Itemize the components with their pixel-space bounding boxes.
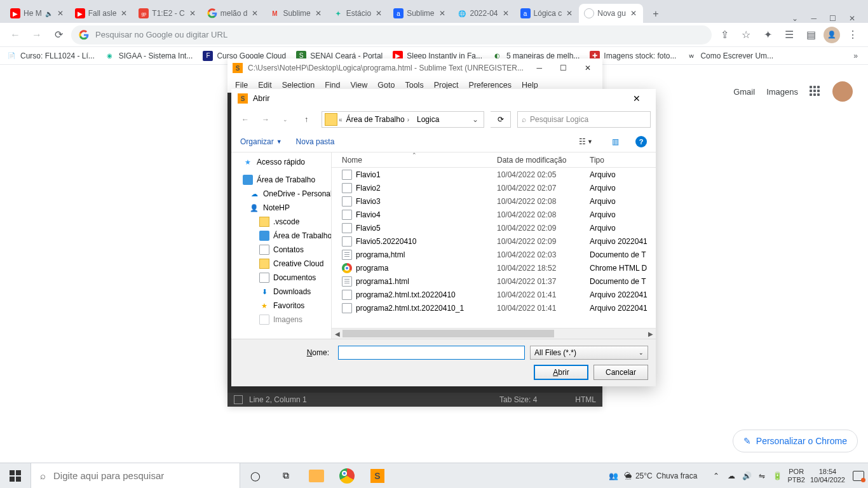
menu-project[interactable]: Project [429, 81, 464, 90]
preview-pane-button[interactable]: ▥ [609, 137, 621, 146]
task-taskview[interactable]: ⧉ [271, 463, 301, 489]
nav-contacts[interactable]: Contatos [231, 243, 331, 257]
panel-icon[interactable] [234, 395, 243, 404]
task-cortana[interactable]: ◯ [240, 463, 271, 489]
task-sublime[interactable]: S [362, 463, 393, 489]
tab-8[interactable]: aLógica c✕ [515, 4, 580, 23]
notifications-icon[interactable] [853, 471, 864, 481]
close-icon[interactable]: ✕ [374, 9, 383, 18]
tab-2[interactable]: gpT1:E2 - C✕ [133, 4, 201, 23]
close-icon[interactable]: ✕ [119, 9, 128, 18]
close-icon[interactable]: ✕ [501, 9, 510, 18]
refresh-button[interactable]: ⟳ [491, 111, 511, 128]
menu-goto[interactable]: Goto [372, 81, 400, 90]
menu-view[interactable]: View [345, 81, 372, 90]
bookmark-item[interactable]: ✚Imagens stock: foto... [590, 51, 676, 61]
images-link[interactable]: Imagens [766, 87, 798, 97]
file-row[interactable]: Flavio510/04/2022 02:09Arquivo [332, 221, 656, 234]
back-button[interactable]: ← [6, 26, 24, 44]
side-panel-icon[interactable]: ▤ [802, 26, 820, 44]
chevron-down-icon[interactable]: ⌄ [468, 115, 482, 124]
wifi-icon[interactable]: ⇋ [757, 471, 767, 481]
nav-favorites[interactable]: ★Favoritos [231, 299, 331, 313]
menu-file[interactable]: File [230, 81, 253, 90]
reading-list-icon[interactable]: ☰ [780, 26, 798, 44]
status-position[interactable]: Line 2, Column 1 [249, 395, 307, 404]
address-bar[interactable]: Pesquisar no Google ou digitar URL [71, 25, 712, 44]
language-indicator[interactable]: PORPTB2 [787, 468, 805, 484]
start-button[interactable] [0, 463, 31, 489]
tab-0[interactable]: ▶He M🔈✕ [5, 4, 70, 23]
account-avatar[interactable] [832, 81, 853, 102]
cancel-button[interactable]: Cancelar [593, 365, 648, 380]
tab-1[interactable]: ▶Fall asle✕ [70, 4, 134, 23]
file-row[interactable]: Flavio110/04/2022 02:05Arquivo [332, 168, 656, 181]
taskbar-search[interactable]: ⌕ [31, 463, 240, 489]
apps-grid-icon[interactable] [810, 86, 821, 97]
file-row[interactable]: programa2.html.txt.20220410_110/04/2022 … [332, 301, 656, 315]
sublime-titlebar[interactable]: S C:\Users\NoteHP\Desktop\Logica\program… [227, 58, 602, 78]
bookmarks-overflow[interactable]: » [850, 51, 862, 60]
status-tabsize[interactable]: Tab Size: 4 [499, 395, 537, 404]
close-icon[interactable]: ✕ [565, 9, 574, 18]
close-icon[interactable]: ✕ [314, 9, 323, 18]
tab-7[interactable]: 🌐2022-04✕ [452, 4, 515, 23]
nav-user[interactable]: 👤NoteHP [231, 201, 331, 215]
file-row[interactable]: Flavio5.2022041010/04/2022 02:09Arquivo … [332, 234, 656, 248]
nav-folder[interactable]: Creative Cloud [231, 257, 331, 271]
up-button[interactable]: ↑ [297, 112, 315, 127]
profile-avatar[interactable]: 👤 [824, 27, 840, 43]
battery-icon[interactable]: 🔋 [772, 471, 782, 481]
status-syntax[interactable]: HTML [575, 395, 596, 404]
nav-folder[interactable]: Área de Trabalho [231, 229, 331, 243]
maximize-icon[interactable]: ☐ [829, 14, 836, 23]
reload-button[interactable]: ⟳ [50, 26, 67, 44]
scroll-right-icon[interactable]: ▶ [645, 330, 656, 337]
filename-input[interactable] [338, 346, 525, 360]
close-icon[interactable]: ✕ [250, 9, 259, 18]
col-type[interactable]: Tipo [590, 156, 656, 165]
task-chrome[interactable] [332, 463, 362, 489]
menu-selection[interactable]: Selection [277, 81, 320, 90]
file-row[interactable]: programa10/04/2022 18:52Chrome HTML D [332, 261, 656, 274]
nav-desktop[interactable]: Área de Trabalho [231, 173, 331, 187]
help-icon[interactable]: ? [635, 136, 647, 147]
scroll-thumb[interactable] [342, 330, 554, 337]
menu-preferences[interactable]: Preferences [464, 81, 517, 90]
history-dropdown[interactable]: ⌄ [277, 112, 295, 127]
personalize-chrome-button[interactable]: ✎ Personalizar o Chrome [733, 430, 858, 452]
bookmark-item[interactable]: ᴡComo Escrever Um... [686, 51, 773, 61]
forward-button[interactable]: → [28, 26, 46, 44]
volume-icon[interactable]: 🔊 [742, 471, 752, 481]
bookmark-icon[interactable]: ☆ [737, 26, 755, 44]
breadcrumb[interactable]: « Área de Trabalho› Logica ⌄ [322, 111, 484, 128]
close-icon[interactable]: ✕ [629, 9, 638, 18]
open-button[interactable]: Abrir [534, 365, 588, 380]
file-row[interactable]: Flavio310/04/2022 02:08Arquivo [332, 194, 656, 208]
file-row[interactable]: Flavio410/04/2022 02:08Arquivo [332, 208, 656, 221]
new-folder-button[interactable]: Nova pasta [296, 137, 335, 146]
close-icon[interactable]: ✕ [188, 9, 197, 18]
bookmark-item[interactable]: 📄Curso: FLL1024 - Lí... [6, 51, 95, 61]
menu-find[interactable]: Find [320, 81, 345, 90]
nav-onedrive[interactable]: ☁OneDrive - Personal [231, 187, 331, 201]
new-tab-button[interactable]: + [647, 5, 665, 23]
gmail-link[interactable]: Gmail [733, 87, 755, 97]
file-row[interactable]: Flavio210/04/2022 02:07Arquivo [332, 181, 656, 194]
chevron-up-icon[interactable]: ⌃ [711, 471, 721, 481]
column-headers[interactable]: ⌃ Nome Data de modificação Tipo [332, 152, 656, 168]
share-icon[interactable]: ⇪ [715, 26, 733, 44]
scroll-left-icon[interactable]: ◀ [332, 330, 342, 337]
nav-documents[interactable]: Documentos [231, 271, 331, 285]
file-row[interactable]: programa,html10/04/2022 02:03Documento d… [332, 248, 656, 261]
close-icon[interactable]: ✕ [849, 14, 855, 23]
file-row[interactable]: programa2.html.txt.2022041010/04/2022 01… [332, 288, 656, 301]
tab-4[interactable]: MSublime✕ [264, 4, 327, 23]
meet-now-icon[interactable]: 👥 [609, 471, 619, 481]
forward-button[interactable]: → [257, 112, 275, 127]
horizontal-scrollbar[interactable]: ◀ ▶ [332, 328, 656, 339]
task-explorer[interactable] [301, 463, 332, 489]
extensions-icon[interactable]: ✦ [759, 26, 776, 44]
weather-widget[interactable]: 🌦 25°C Chuva fraca [624, 471, 698, 480]
nav-quick-access[interactable]: ★Acesso rápido [231, 155, 331, 169]
